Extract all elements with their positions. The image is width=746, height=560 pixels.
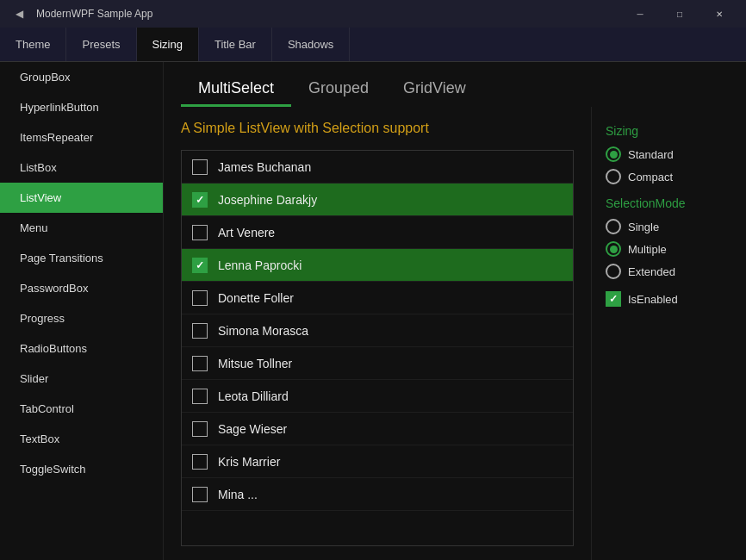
list-item[interactable]: Josephine Darakjy bbox=[182, 184, 573, 216]
sidebar-item-passwordbox[interactable]: PasswordBox bbox=[0, 273, 163, 303]
close-button[interactable]: ✕ bbox=[699, 0, 739, 28]
list-item-name: Lenna Paprocki bbox=[218, 258, 302, 272]
is-enabled-checkbox[interactable] bbox=[606, 291, 621, 307]
sidebar-item-menu[interactable]: Menu bbox=[0, 213, 163, 243]
window-controls: ─ □ ✕ bbox=[620, 0, 739, 28]
list-item[interactable]: Mina ... bbox=[182, 478, 573, 511]
sidebar-item-slider[interactable]: Slider bbox=[0, 364, 163, 394]
listview-container: James BuchananJosephine DarakjyArt Vener… bbox=[181, 150, 574, 546]
sizing-title: Sizing bbox=[606, 124, 732, 138]
list-item-checkbox[interactable] bbox=[192, 323, 208, 339]
is-enabled-option[interactable]: IsEnabled bbox=[606, 291, 732, 307]
list-subtitle: A Simple ListView with Selection support bbox=[181, 121, 574, 136]
tab-presets[interactable]: Presets bbox=[66, 28, 136, 61]
sidebar-item-page-transitions[interactable]: Page Transitions bbox=[0, 243, 163, 273]
selection-multiple-label: Multiple bbox=[628, 243, 667, 256]
sizing-compact-option[interactable]: Compact bbox=[606, 169, 732, 184]
right-panel: Sizing Standard Compact SelectionMode Si… bbox=[591, 107, 746, 560]
list-item-name: James Buchanan bbox=[218, 160, 311, 174]
list-item-checkbox[interactable] bbox=[192, 421, 208, 437]
sidebar-item-radiobuttons[interactable]: RadioButtons bbox=[0, 333, 163, 364]
sidebar-item-listbox[interactable]: ListBox bbox=[0, 152, 163, 183]
listview-scroll[interactable]: James BuchananJosephine DarakjyArt Vener… bbox=[182, 151, 573, 545]
tab-title-bar[interactable]: Title Bar bbox=[199, 28, 272, 61]
list-item-name: Leota Dilliard bbox=[218, 389, 289, 403]
list-item[interactable]: Mitsue Tollner bbox=[182, 347, 573, 380]
sizing-standard-label: Standard bbox=[628, 148, 674, 161]
tab-sizing[interactable]: Sizing bbox=[137, 28, 199, 61]
is-enabled-label: IsEnabled bbox=[628, 293, 678, 306]
sidebar: GroupBoxHyperlinkButtonItemsRepeaterList… bbox=[0, 62, 164, 560]
list-panel: A Simple ListView with Selection support… bbox=[164, 107, 591, 560]
list-item[interactable]: Leota Dilliard bbox=[182, 380, 573, 413]
list-item-checkbox[interactable] bbox=[192, 290, 208, 306]
sizing-compact-label: Compact bbox=[628, 171, 673, 184]
list-item-checkbox[interactable] bbox=[192, 487, 208, 502]
selection-mode-title: SelectionMode bbox=[606, 196, 732, 210]
maximize-button[interactable]: □ bbox=[660, 0, 699, 28]
list-item-name: Art Venere bbox=[218, 226, 275, 240]
selection-single-option[interactable]: Single bbox=[606, 219, 732, 234]
sidebar-item-textbox[interactable]: TextBox bbox=[0, 424, 163, 454]
main-layout: GroupBoxHyperlinkButtonItemsRepeaterList… bbox=[0, 62, 746, 560]
list-item-checkbox[interactable] bbox=[192, 258, 208, 273]
sidebar-item-progress[interactable]: Progress bbox=[0, 303, 163, 333]
app-title: ModernWPF Sample App bbox=[36, 8, 620, 20]
sidebar-item-itemsrepeater[interactable]: ItemsRepeater bbox=[0, 122, 163, 152]
list-item-name: Kris Marrier bbox=[218, 455, 280, 469]
inner-tab-multiselect[interactable]: MultiSelect bbox=[181, 72, 291, 107]
selection-multiple-option[interactable]: Multiple bbox=[606, 241, 732, 257]
list-item[interactable]: Donette Foller bbox=[182, 282, 573, 314]
list-item-name: Mitsue Tollner bbox=[218, 357, 292, 370]
tab-shadows[interactable]: Shadows bbox=[272, 28, 350, 61]
list-item-checkbox[interactable] bbox=[192, 454, 208, 470]
sidebar-item-toggleswitch[interactable]: ToggleSwitch bbox=[0, 454, 163, 484]
list-item-checkbox[interactable] bbox=[192, 192, 208, 208]
sidebar-item-listview[interactable]: ListView bbox=[0, 183, 163, 213]
list-item-name: Mina ... bbox=[218, 488, 258, 501]
sidebar-item-groupbox[interactable]: GroupBox bbox=[0, 62, 163, 92]
sizing-standard-radio[interactable] bbox=[606, 146, 621, 162]
selection-extended-radio[interactable] bbox=[606, 264, 621, 279]
inner-tab-gridview[interactable]: GridView bbox=[386, 72, 483, 107]
selection-extended-option[interactable]: Extended bbox=[606, 264, 732, 279]
list-item[interactable]: Sage Wieser bbox=[182, 413, 573, 445]
content-area: MultiSelectGroupedGridView A Simple List… bbox=[164, 62, 746, 560]
list-item-name: Donette Foller bbox=[218, 291, 294, 305]
selection-single-radio[interactable] bbox=[606, 219, 621, 234]
sizing-standard-option[interactable]: Standard bbox=[606, 146, 732, 162]
list-item[interactable]: Art Venere bbox=[182, 216, 573, 249]
list-item-checkbox[interactable] bbox=[192, 356, 208, 371]
list-item[interactable]: James Buchanan bbox=[182, 151, 573, 184]
inner-tabs: MultiSelectGroupedGridView bbox=[164, 62, 746, 107]
sizing-compact-radio[interactable] bbox=[606, 169, 621, 184]
tab-bar: ThemePresetsSizingTitle BarShadows bbox=[0, 28, 746, 62]
list-item[interactable]: Kris Marrier bbox=[182, 445, 573, 478]
list-item[interactable]: Lenna Paprocki bbox=[182, 249, 573, 282]
selection-multiple-radio[interactable] bbox=[606, 241, 621, 257]
sidebar-item-tabcontrol[interactable]: TabControl bbox=[0, 394, 163, 424]
title-bar: ◀ ModernWPF Sample App ─ □ ✕ bbox=[0, 0, 746, 28]
list-item-name: Simona Morasca bbox=[218, 324, 308, 338]
is-enabled-section: IsEnabled bbox=[606, 291, 732, 307]
list-item-checkbox[interactable] bbox=[192, 389, 208, 404]
tab-theme[interactable]: Theme bbox=[0, 28, 66, 61]
sidebar-item-hyperlinkbutton[interactable]: HyperlinkButton bbox=[0, 92, 163, 122]
selection-single-label: Single bbox=[628, 221, 659, 233]
list-item-name: Josephine Darakjy bbox=[218, 193, 317, 207]
inner-tab-grouped[interactable]: Grouped bbox=[291, 72, 386, 107]
list-item-checkbox[interactable] bbox=[192, 159, 208, 175]
back-button[interactable]: ◀ bbox=[7, 2, 31, 26]
list-item-checkbox[interactable] bbox=[192, 225, 208, 240]
selection-extended-label: Extended bbox=[628, 265, 675, 278]
minimize-button[interactable]: ─ bbox=[620, 0, 660, 28]
list-item-name: Sage Wieser bbox=[218, 422, 287, 436]
content-body: A Simple ListView with Selection support… bbox=[164, 107, 746, 560]
section-divider-1: SelectionMode bbox=[606, 196, 732, 210]
list-item[interactable]: Simona Morasca bbox=[182, 314, 573, 347]
